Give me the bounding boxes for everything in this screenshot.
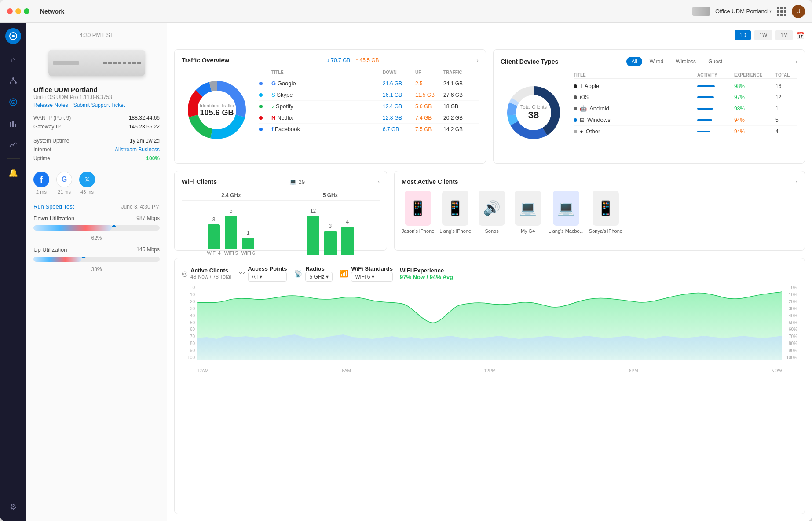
network-info: WAN IP (Port 9) 188.32.44.66 Gateway IP … bbox=[33, 114, 160, 131]
sidebar-item-home[interactable]: ⌂ bbox=[4, 51, 22, 69]
spotify-down: 12.4 GB bbox=[383, 103, 413, 110]
filter-all[interactable]: All bbox=[626, 57, 642, 66]
filter-guest[interactable]: Guest bbox=[703, 57, 727, 66]
spotify-name: ♪ Spotify bbox=[271, 103, 381, 110]
device-sonyas-iphone[interactable]: 📱 Sonya's iPhone bbox=[589, 191, 622, 234]
sidebar-logo[interactable] bbox=[5, 28, 21, 44]
device-image bbox=[33, 45, 160, 81]
wifi-count: 💻 29 bbox=[289, 179, 304, 185]
wifi-experience-control: WiFi Experience 97% Now / 94% Avg bbox=[400, 267, 453, 280]
skype-dot bbox=[259, 93, 263, 97]
other-experience: 94% bbox=[734, 128, 774, 135]
device-sonos[interactable]: 🔊 Sonos bbox=[476, 191, 507, 234]
device-liangs-iphone[interactable]: 📱 Liang's iPhone bbox=[439, 191, 471, 234]
col-title: TITLE bbox=[271, 70, 381, 75]
wifi-clients-panel: WiFi Clients 💻 29 › 2.4 GHz 3 bbox=[174, 171, 387, 251]
wifi-count-value: 29 bbox=[298, 179, 304, 185]
facebook-ms: 2 ms bbox=[36, 189, 47, 194]
device-liangs-macbook[interactable]: 💻 Liang's Macbo... bbox=[549, 191, 584, 234]
x-label-6pm: 6PM bbox=[629, 368, 638, 373]
radios-dropdown[interactable]: 5 GHz ▾ bbox=[305, 272, 333, 282]
x-label-12pm: 12PM bbox=[484, 368, 496, 373]
jasons-iphone-name: Jason's iPhone bbox=[402, 228, 434, 234]
svg-rect-12 bbox=[15, 124, 16, 127]
svg-point-3 bbox=[10, 82, 11, 84]
cdt-col-experience: EXPERIENCE bbox=[734, 73, 774, 77]
up-util-bar bbox=[33, 257, 160, 262]
ap-5-wifi5-bar bbox=[324, 231, 337, 255]
uptime-value: 1y 2m 1w 2d bbox=[130, 138, 160, 144]
my-g4-name: My G4 bbox=[521, 228, 535, 234]
wifi-standards-dropdown[interactable]: WiFi 6 ▾ bbox=[351, 272, 393, 282]
social-twitter: 𝕏 43 ms bbox=[79, 172, 95, 194]
sidebar-item-network[interactable] bbox=[4, 93, 22, 111]
jasons-iphone-icon: 📱 bbox=[405, 191, 431, 226]
middle-row: WiFi Clients 💻 29 › 2.4 GHz 3 bbox=[174, 171, 805, 251]
wifi-nav-icon[interactable]: › bbox=[377, 178, 380, 185]
x-label-12am: 12AM bbox=[197, 368, 208, 373]
active-clients-icon: ◎ bbox=[182, 269, 188, 278]
sidebar-item-chart[interactable] bbox=[4, 136, 22, 153]
system-info: System Uptime 1y 2m 1w 2d Internet Allst… bbox=[33, 136, 160, 163]
traffic-nav-icon[interactable]: › bbox=[476, 57, 479, 64]
facebook-down: 6.7 GB bbox=[383, 126, 413, 132]
main-content: 1D 1W 1M 📅 Traffic Overview ↓ 70.7 GB ↑ … bbox=[167, 23, 812, 521]
cdt-donut-val: 38 bbox=[520, 110, 547, 121]
sidebar-item-alerts[interactable]: 🔔 bbox=[4, 164, 22, 182]
most-active-nav[interactable]: › bbox=[795, 178, 797, 185]
time-btn-1d[interactable]: 1D bbox=[735, 30, 751, 40]
liangs-iphone-icon: 📱 bbox=[442, 191, 468, 226]
active-clients-sublabel: 48 Now / 78 Total bbox=[190, 274, 231, 280]
release-notes-link[interactable]: Release Notes bbox=[33, 102, 68, 108]
up-util-percent: 38% bbox=[33, 266, 160, 272]
filter-wired[interactable]: Wired bbox=[645, 57, 668, 66]
sidebar-item-settings[interactable]: ⚙ bbox=[4, 498, 22, 516]
left-panel: 4:30 PM EST Of bbox=[26, 23, 167, 521]
calendar-icon[interactable]: 📅 bbox=[796, 31, 805, 40]
cdt-content: Total Clients 38 TITLE ACTIVITY EXPERIEN… bbox=[501, 72, 797, 154]
grid-icon[interactable] bbox=[777, 7, 786, 16]
device-version: UniFi OS UDM Pro 1.11.0-6.3753 bbox=[33, 94, 160, 100]
minimize-button[interactable] bbox=[15, 8, 21, 14]
device-info: Office UDM Portland UniFi OS UDM Pro 1.1… bbox=[33, 86, 160, 108]
cdt-table-header: TITLE ACTIVITY EXPERIENCE TOTAL bbox=[574, 72, 797, 79]
traffic-donut-val: 105.6 GB bbox=[200, 108, 234, 117]
time-btn-1w[interactable]: 1W bbox=[754, 30, 772, 40]
wifi-band-5ghz: 5 GHz 12 WiFi 4 3 WiFi 5 bbox=[281, 191, 380, 243]
sidebar-item-topology[interactable] bbox=[4, 72, 22, 90]
windows-experience: 94% bbox=[734, 117, 774, 123]
close-button[interactable] bbox=[7, 8, 13, 14]
chart-section: ◎ Active Clients 48 Now / 78 Total 〰 Acc… bbox=[174, 258, 805, 514]
sidebar-item-analytics[interactable] bbox=[4, 114, 22, 132]
device-my-g4[interactable]: 💻 My G4 bbox=[512, 191, 543, 234]
windows-total: 5 bbox=[775, 117, 797, 123]
cdt-col-total: TOTAL bbox=[775, 73, 797, 77]
wifi-standards-chevron: ▾ bbox=[372, 274, 374, 280]
dropdown-chevron: ▾ bbox=[260, 274, 262, 280]
run-speed-test-button[interactable]: Run Speed Test bbox=[33, 203, 74, 210]
user-avatar[interactable]: U bbox=[792, 5, 805, 18]
facebook-traffic: 14.2 GB bbox=[443, 126, 479, 132]
gateway-ip-value: 145.23.55.22 bbox=[129, 124, 160, 130]
radios-label: Radios bbox=[305, 265, 333, 272]
up-util-indicator bbox=[81, 257, 86, 258]
support-ticket-link[interactable]: Submit Support Ticket bbox=[73, 102, 125, 108]
cdt-row-windows: ⊞ Windows 94% 5 bbox=[574, 114, 797, 126]
location-selector[interactable]: Office UDM Portland ▾ bbox=[715, 8, 772, 15]
access-points-dropdown[interactable]: All ▾ bbox=[248, 272, 287, 282]
x-label-6am: 6AM bbox=[342, 368, 351, 373]
cdt-nav-icon[interactable]: › bbox=[795, 58, 797, 65]
svg-line-6 bbox=[13, 79, 16, 82]
filter-wireless[interactable]: Wireless bbox=[671, 57, 701, 66]
traffic-overview-header: Traffic Overview ↓ 70.7 GB ↑ 45.5 GB › bbox=[182, 57, 479, 64]
device-jasons-iphone[interactable]: 📱 Jason's iPhone bbox=[402, 191, 434, 234]
time-btn-1m[interactable]: 1M bbox=[775, 30, 793, 40]
maximize-button[interactable] bbox=[24, 8, 29, 14]
ap-5-wifi6: 4 WiFi 6 bbox=[340, 219, 354, 262]
down-util-label: Down Utilization bbox=[33, 215, 74, 222]
ap-24-wifi6: 1 WiFi 6 bbox=[241, 230, 255, 256]
social-google: G 21 ms bbox=[56, 172, 72, 194]
chart-x-labels: 12AM 6AM 12PM 6PM NOW bbox=[197, 368, 782, 373]
down-util-bar bbox=[33, 225, 160, 231]
speed-test-date: June 3, 4:30 PM bbox=[121, 204, 160, 210]
